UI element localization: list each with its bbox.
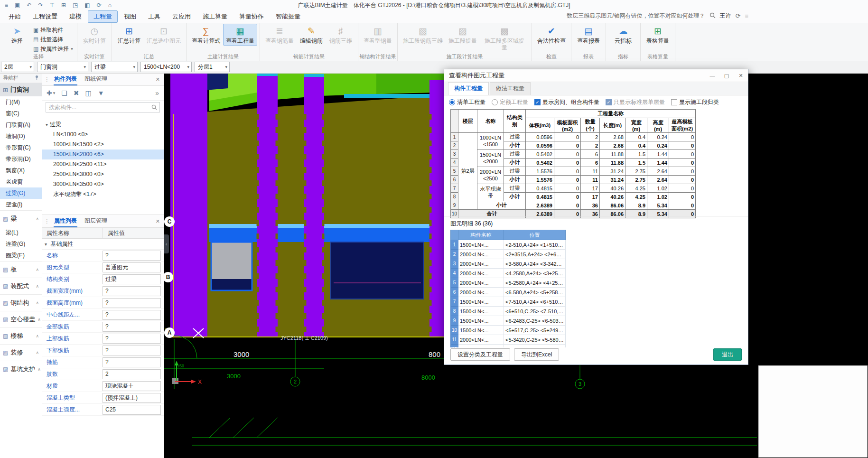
qty-row[interactable]: 52000<LN<2500过梁1.557601131.242.752.640 [451,167,696,176]
qty-value-cell[interactable]: 0.4815 [526,184,554,193]
ribbon-button[interactable]: ✎编辑钢筋 [297,24,326,46]
detail-row[interactable]: 42000<LN<...<4-2580,A+24> <3+258... [451,269,566,278]
property-value[interactable]: ? [103,310,161,320]
qty-value-cell[interactable]: 0.4 [625,133,647,141]
detail-name-cell[interactable]: 2000<LN<... [458,335,504,345]
qty-row[interactable]: 1第2层1000<LN<1500过梁0.0596022.680.40.240 [451,133,696,141]
qty-value-cell[interactable]: 11.88 [600,159,625,167]
property-value[interactable]: ? [103,251,161,261]
qty-value-cell[interactable]: 0.0596 [526,133,554,141]
qty-value-cell[interactable]: 0 [554,133,581,141]
nav-item[interactable]: 飘窗(X) [0,165,42,176]
ribbon-button[interactable]: ⊞汇总计算 [114,24,144,46]
property-value[interactable]: ? [103,357,161,367]
qty-value-cell[interactable]: 0 [554,141,581,150]
qty-value-cell[interactable]: 6 [581,150,600,159]
qty-value-cell[interactable]: 4.25 [625,184,647,193]
property-value[interactable]: (预拌混凝土) [103,393,161,403]
qty-value-cell[interactable]: 0 [669,133,696,141]
detail-position-cell[interactable]: <4-2580,A+24> <3+258... [504,269,566,278]
ribbon-button[interactable]: ≣查看钢筋量 [262,24,297,46]
detail-position-cell[interactable]: <4+625,C-25> <4+3465,... [504,345,566,348]
copy-component-icon[interactable]: ❏ [61,89,67,97]
search-icon[interactable] [151,104,157,112]
nav-item[interactable]: 窗(C) [0,108,42,119]
save-icon[interactable]: ▣ [15,2,20,9]
qty-category-cell[interactable]: 过梁 [504,167,526,176]
property-value[interactable]: ? [103,334,161,344]
ribbon-button[interactable]: ➤选择 [2,24,32,46]
context-dropdown[interactable]: 2层▾ [1,62,34,72]
maximize-icon[interactable]: ▢ [719,69,734,82]
qty-value-cell[interactable]: 0 [554,184,581,193]
nav-item[interactable]: 带形洞(D) [0,153,42,165]
detail-name-cell[interactable]: 2000<LN<... [458,345,504,348]
qty-value-cell[interactable]: 11 [581,176,600,184]
qty-value-cell[interactable]: 17 [581,184,600,193]
ribbon-button[interactable]: ▦查看工程量 [223,24,257,46]
qty-value-cell[interactable]: 0 [554,150,581,159]
hamburger-icon[interactable]: ≡ [745,12,748,19]
menu-tab[interactable]: 工程设置 [27,10,63,23]
panel-tab[interactable]: 构件列表 [54,73,77,85]
component-item[interactable]: 水平现浇带 <17> [42,189,164,199]
menu-tab[interactable]: 建模 [64,10,87,23]
qty-value-cell[interactable]: 0 [669,210,696,218]
qty-value-cell[interactable]: 0.5402 [526,150,554,159]
ribbon-button[interactable]: ▣拾取构件 [32,26,75,34]
detail-row[interactable]: 52000<LN<...<5-2580,A+24> <4+258... [451,278,566,288]
qty-value-cell[interactable]: 2.75 [625,176,647,184]
context-dropdown[interactable]: 门窗洞▾ [37,62,88,72]
qty-value-cell[interactable]: 2.68 [600,141,625,150]
nav-item[interactable]: 连梁(G) [0,238,42,250]
search-icon[interactable] [709,12,716,20]
qty-value-cell[interactable]: 0 [554,176,581,184]
qty-merge-cell[interactable]: 小计 [477,201,526,210]
component-item[interactable]: 2000<LN<2500 <11> [42,159,164,169]
qty-category-cell[interactable]: 小计 [504,193,526,201]
detail-row[interactable]: 112000<LN<...<5-3420,C-25> <5-580,C... [451,335,566,345]
qty-value-cell[interactable]: 2.75 [625,167,647,176]
detail-name-cell[interactable]: 1500<LN<... [458,307,504,316]
qty-value-cell[interactable]: 0 [554,201,581,210]
more-icon[interactable]: » [155,89,159,97]
panel-tab[interactable]: 构件工程量 [448,82,489,95]
nav-item[interactable]: 老虎窗 [0,176,42,187]
nav-item[interactable]: 门联窗(A) [0,119,42,131]
qty-value-cell[interactable]: 17 [581,193,600,201]
component-item[interactable]: 1000<LN<1500 <2> [42,140,164,150]
qty-merge-cell[interactable]: 合计 [458,210,526,218]
rotate-view-icon[interactable]: ⟳ [97,2,102,9]
nav-item[interactable]: 圈梁(E) [0,250,42,261]
property-group-row[interactable]: ▾ 基础属性 [42,239,164,250]
checkbox-option[interactable]: ✓显示房间、组合构件量 [534,98,599,106]
context-dropdown[interactable]: 1500<LN<200▾ [140,62,192,72]
qty-name-cell[interactable]: 1000<LN<1500 [477,133,504,150]
property-value[interactable]: 过梁 [103,274,161,284]
close-panel-icon[interactable]: ✕ [156,76,160,83]
qty-value-cell[interactable]: 0.5402 [526,159,554,167]
qty-value-cell[interactable]: 0 [669,201,696,210]
top-view-icon[interactable]: ⊤ [49,2,54,9]
component-item[interactable]: 1500<LN<2000 <6> [42,150,164,159]
component-item[interactable]: LN<1000 <0> [42,130,164,140]
shading-icon[interactable]: ◧ [84,2,90,9]
qty-name-cell[interactable]: 水平现浇带 [477,184,504,201]
qty-category-cell[interactable]: 小计 [504,176,526,184]
ribbon-button[interactable]: ⊞表格算量 [643,24,672,46]
component-item[interactable]: 2500<LN<3000 <0> [42,169,164,179]
detail-row[interactable]: 11500<LN<...<2-510,A+24> <1+510,A... [451,240,566,250]
qty-value-cell[interactable]: 4.25 [625,193,647,201]
detail-row[interactable]: 91500<LN<...<6-2483,C-25> <6-503,C... [451,316,566,326]
ribbon-button[interactable]: ◷实时计算 [80,24,109,46]
zoom-fit-icon[interactable]: ⌂ [108,2,112,9]
qty-value-cell[interactable]: 1.5 [625,159,647,167]
nav-group[interactable]: ▨装配式∧ [0,278,42,294]
ribbon-button[interactable]: ▥查看型钢量 [361,24,395,46]
qty-value-cell[interactable]: 2 [581,133,600,141]
qty-value-cell[interactable]: 11 [581,167,600,176]
qty-value-cell[interactable]: 11.88 [600,150,625,159]
qty-value-cell[interactable]: 0 [669,141,696,150]
qty-value-cell[interactable]: 1.02 [647,184,669,193]
app-menu-icon[interactable]: ≡ [5,2,8,9]
